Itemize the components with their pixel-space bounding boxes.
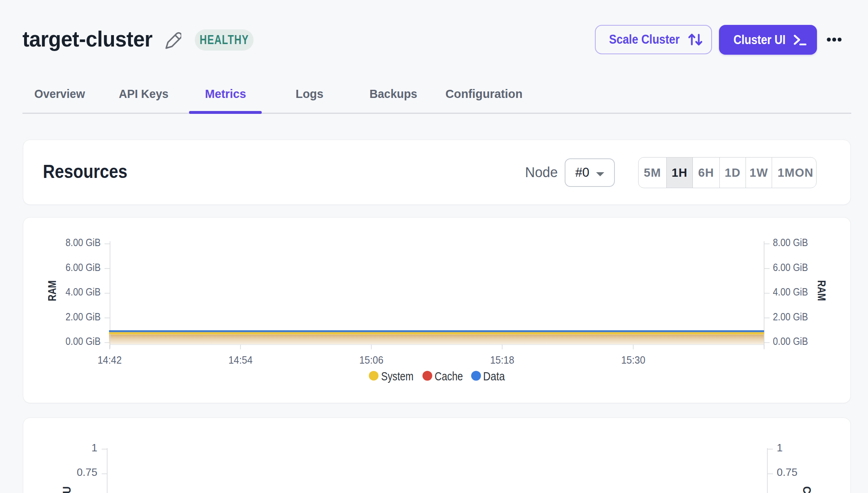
svg-text:CPU: CPU (60, 486, 73, 493)
svg-text:Cache: Cache (435, 370, 463, 383)
svg-text:14:42: 14:42 (98, 354, 122, 366)
svg-text:0.00 GiB: 0.00 GiB (66, 335, 101, 347)
svg-text:RAM: RAM (815, 280, 828, 301)
svg-text:RAM: RAM (46, 280, 58, 301)
svg-text:4.00 GiB: 4.00 GiB (66, 286, 101, 298)
svg-text:CPU: CPU (801, 486, 813, 493)
svg-text:6.00 GiB: 6.00 GiB (773, 261, 808, 273)
svg-text:2.00 GiB: 2.00 GiB (773, 311, 808, 323)
svg-text:2.00 GiB: 2.00 GiB (66, 311, 101, 323)
svg-text:0.75: 0.75 (777, 466, 798, 478)
svg-text:6.00 GiB: 6.00 GiB (66, 261, 101, 273)
svg-text:0.75: 0.75 (77, 466, 98, 478)
svg-text:0.00 GiB: 0.00 GiB (773, 335, 808, 347)
svg-text:Data: Data (483, 370, 505, 383)
svg-text:8.00 GiB: 8.00 GiB (66, 236, 101, 249)
svg-text:15:30: 15:30 (621, 354, 645, 366)
svg-text:15:18: 15:18 (490, 354, 514, 366)
svg-text:1: 1 (777, 442, 783, 454)
svg-text:8.00 GiB: 8.00 GiB (773, 236, 808, 249)
svg-text:14:54: 14:54 (229, 354, 253, 366)
svg-text:1: 1 (91, 442, 97, 454)
svg-text:System: System (381, 370, 414, 383)
svg-text:4.00 GiB: 4.00 GiB (773, 286, 808, 298)
svg-text:15:06: 15:06 (359, 354, 383, 366)
